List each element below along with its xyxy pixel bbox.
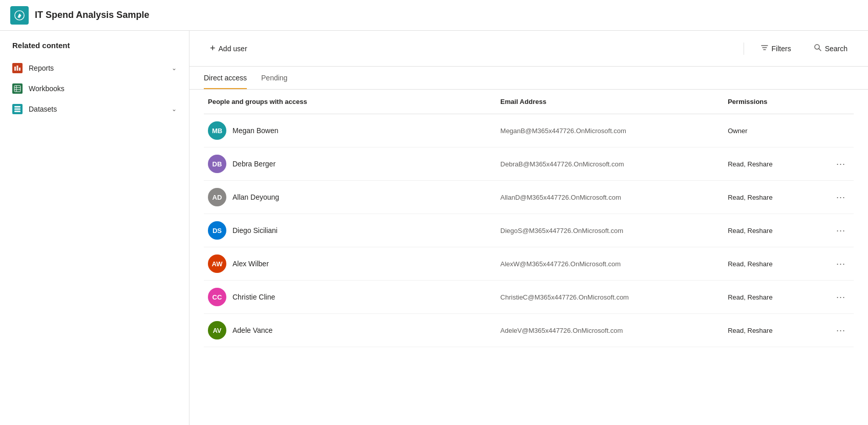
app-container: IT Spend Analysis Sample Related content… [0,0,868,425]
toolbar-divider [744,42,744,55]
user-permissions: Owner [728,127,747,135]
user-name: Christie Cline [232,293,275,301]
reports-label: Reports [29,64,54,72]
row-actions-cell: ··· [821,181,854,214]
filter-icon [760,44,769,53]
datasets-icon [12,104,23,114]
table-row: CC Christie Cline ChristieC@M365x447726.… [204,281,854,314]
row-actions-cell: ··· [821,147,854,181]
row-permissions-cell: Read, Reshare [724,247,821,281]
more-options-button[interactable]: ··· [832,290,850,305]
table-row: DB Debra Berger DebraB@M365x447726.OnMic… [204,147,854,181]
table-header-row: People and groups with access Email Addr… [204,90,854,114]
datasets-chevron: ⌄ [172,105,177,113]
datasets-label: Datasets [29,105,57,113]
reports-chevron: ⌄ [172,65,177,72]
row-email-cell: AdeleV@M365x447726.OnMicrosoft.com [496,314,724,347]
avatar: DB [208,155,226,173]
avatar: DS [208,221,226,240]
tab-pending[interactable]: Pending [261,67,287,89]
avatar: MB [208,121,226,140]
svg-rect-2 [14,67,16,71]
more-options-button[interactable]: ··· [832,323,850,338]
user-permissions: Read, Reshare [728,293,772,301]
table-row: AV Adele Vance AdeleV@M365x447726.OnMicr… [204,314,854,347]
row-name-cell: AW Alex Wilber [204,247,496,281]
user-name: Debra Berger [232,160,276,168]
more-options-button[interactable]: ··· [832,157,850,172]
header: IT Spend Analysis Sample [0,0,868,31]
table-row: AD Allan Deyoung AllanD@M365x447726.OnMi… [204,181,854,214]
row-actions-cell: ··· [821,214,854,247]
filters-button[interactable]: Filters [754,39,797,57]
tab-direct-access[interactable]: Direct access [204,67,247,89]
row-actions-cell [821,114,854,147]
row-permissions-cell: Read, Reshare [724,214,821,247]
search-label: Search [825,45,848,53]
svg-rect-10 [14,109,20,110]
more-options-button[interactable]: ··· [832,190,850,205]
user-email: DebraB@M365x447726.OnMicrosoft.com [500,160,624,168]
row-permissions-cell: Owner [724,114,821,147]
row-email-cell: AllanD@M365x447726.OnMicrosoft.com [496,181,724,214]
more-options-button[interactable]: ··· [832,257,850,271]
col-header-permissions: Permissions [724,90,821,114]
user-email: MeganB@M365x447726.OnMicrosoft.com [500,127,626,135]
toolbar: + Add user Filters [189,31,868,67]
table-row: MB Megan Bowen MeganB@M365x447726.OnMicr… [204,114,854,147]
main-layout: Related content Reports ⌄ [0,31,868,425]
add-user-label: Add user [219,45,247,53]
row-actions-cell: ··· [821,281,854,314]
svg-point-1 [18,14,20,16]
user-name: Allan Deyoung [232,193,279,201]
sidebar-section-title: Related content [0,41,189,58]
col-header-name: People and groups with access [204,90,496,114]
svg-rect-9 [14,106,20,108]
row-email-cell: ChristieC@M365x447726.OnMicrosoft.com [496,281,724,314]
user-email: AllanD@M365x447726.OnMicrosoft.com [500,194,621,201]
user-name: Megan Bowen [232,126,279,135]
sidebar-item-workbooks[interactable]: Workbooks [0,78,189,99]
user-name: Adele Vance [232,326,272,334]
row-email-cell: AlexW@M365x447726.OnMicrosoft.com [496,247,724,281]
header-title: IT Spend Analysis Sample [35,10,149,20]
svg-rect-3 [17,66,18,71]
row-name-cell: MB Megan Bowen [204,114,496,147]
col-header-email: Email Address [496,90,724,114]
row-name-cell: DB Debra Berger [204,147,496,181]
table-row: DS Diego Siciliani DiegoS@M365x447726.On… [204,214,854,247]
table-area: People and groups with access Email Addr… [189,90,868,425]
col-header-actions [821,90,854,114]
workbooks-label: Workbooks [29,84,65,93]
avatar: AW [208,254,226,273]
sidebar-item-reports[interactable]: Reports ⌄ [0,58,189,78]
sidebar-item-datasets[interactable]: Datasets ⌄ [0,99,189,119]
svg-line-13 [819,49,821,51]
svg-rect-5 [14,86,20,92]
row-permissions-cell: Read, Reshare [724,147,821,181]
user-email: ChristieC@M365x447726.OnMicrosoft.com [500,293,629,301]
access-table: People and groups with access Email Addr… [204,90,854,347]
row-email-cell: DebraB@M365x447726.OnMicrosoft.com [496,147,724,181]
user-email: DiegoS@M365x447726.OnMicrosoft.com [500,227,623,235]
row-name-cell: DS Diego Siciliani [204,214,496,247]
content-area: + Add user Filters [189,31,868,425]
user-permissions: Read, Reshare [728,194,772,201]
search-button[interactable]: Search [808,39,854,57]
add-user-button[interactable]: + Add user [204,39,253,58]
avatar: AD [208,188,226,206]
search-icon [814,44,822,53]
user-permissions: Read, Reshare [728,260,772,268]
svg-rect-4 [19,68,20,71]
user-name: Alex Wilber [232,260,269,268]
more-options-button[interactable]: ··· [832,223,850,238]
sidebar: Related content Reports ⌄ [0,31,189,425]
row-email-cell: DiegoS@M365x447726.OnMicrosoft.com [496,214,724,247]
table-row: AW Alex Wilber AlexW@M365x447726.OnMicro… [204,247,854,281]
row-name-cell: AD Allan Deyoung [204,181,496,214]
row-name-cell: AV Adele Vance [204,314,496,347]
row-email-cell: MeganB@M365x447726.OnMicrosoft.com [496,114,724,147]
row-name-cell: CC Christie Cline [204,281,496,314]
user-permissions: Read, Reshare [728,227,772,235]
row-permissions-cell: Read, Reshare [724,314,821,347]
